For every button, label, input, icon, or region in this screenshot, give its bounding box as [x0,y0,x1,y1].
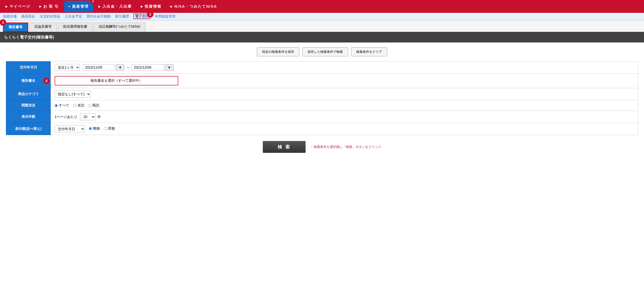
search-button-row: 検 索 ←検索条件を選択後に「検索」ボタンをクリック [6,141,638,153]
display-count-row: 表示件数 1ページあたり 10 20 50 100 件 [6,111,638,123]
clear-search-button[interactable]: 検索条件をクリア [351,47,387,56]
step-badge-4: 4 [43,77,50,84]
date-inputs: 直近1ヶ月 直近3ヶ月 直近6ヶ月 直近1年 期間指定 ▼ ～ ▼ [51,61,638,74]
sort-asc-radio[interactable] [104,127,107,130]
report-name-row: 報告書名 4 報告書名を選択（すべて選択中） [6,74,638,88]
top-navigation: ▶ マイページ ▶ お 取 引 ▾ 資産管理 1 ▶ 入出金・入出庫 ▶ 投資情… [0,0,644,13]
date-to-input[interactable] [132,64,164,71]
nisa-arrow-icon: ▶ [170,5,173,8]
save-search-button[interactable]: 現在の検索条件を保存 [257,47,300,56]
sort-desc-label[interactable]: 降順 [89,126,100,131]
view-all-radio[interactable] [55,104,58,107]
mypage-arrow-icon: ▶ [6,5,8,8]
date-period-select[interactable]: 直近1ヶ月 直近3ヶ月 直近6ヶ月 直近1年 期間指定 [55,64,80,71]
sort-desc-radio[interactable] [89,127,92,130]
tab-fund-report[interactable]: 投信運用報告書 [58,22,92,32]
sort-field-select[interactable]: 交付年月日 報告書名 商品カテゴリ [55,125,85,132]
tab-trust-fee[interactable]: 信託報酬等(つみたてNISA) [94,22,145,32]
tab-report[interactable]: 報告書等 [3,22,28,32]
nav-trade[interactable]: ▶ お 取 引 [35,0,63,13]
nav-inout[interactable]: ▶ 入出金・入出庫 [94,0,136,13]
subnav-asset-eval[interactable]: 資産評価 [3,14,17,19]
nav-asset[interactable]: ▾ 資産管理 1 [63,0,94,13]
section-title: らくらく電子交付(報告書等) [0,32,644,42]
sort-asc-label[interactable]: 昇順 [104,126,115,131]
display-count-cell: 1ページあたり 10 20 50 100 件 [51,111,638,123]
report-select-cell: 4 報告書名を選択（すべて選択中） [51,74,638,88]
view-unread-label[interactable]: 未読 [73,103,84,108]
date-separator: ～ [126,65,130,69]
sub-navigation: 資産評価 残高照会 注文約定照会 入出金予定 買付出金可能額 取引履歴 電子交付… [0,13,644,20]
category-select[interactable]: 指定なし(すべて) 国内株式 外国株式 投資信託 [55,91,91,97]
view-status-label: 閲覧状況 [6,100,51,111]
display-count-label: 表示件数 [6,111,51,123]
category-label: 商品カテゴリ [6,88,51,100]
date-to-picker-button[interactable]: ▼ [165,64,174,71]
view-status-cell: すべて 未読 既読 [51,100,638,111]
subnav-order[interactable]: 注文約定照会 [40,14,60,19]
tab-bar: 3 報告書等 目論見書等 投信運用報告書 信託報酬等(つみたてNISA) [0,20,644,32]
step-badge-2: 2 [147,11,154,17]
display-count-select[interactable]: 10 20 50 100 [80,113,96,120]
view-read-label[interactable]: 既読 [88,103,100,108]
nav-nisa[interactable]: ▶ NISA・つみたてNISA [166,0,222,13]
report-select-box[interactable]: 報告書名を選択（すべて選択中） [55,76,178,85]
subnav-history[interactable]: 取引履歴 [115,14,129,19]
date-row: 交付年月日 直近1ヶ月 直近3ヶ月 直近6ヶ月 直近1年 期間指定 ▼ ～ ▼ [6,61,638,74]
step-badge-3: 3 [0,19,6,26]
main-content: 現在の検索条件を保存 保存した検索条件で検索 検索条件をクリア 交付年月日 直近… [0,42,644,158]
subnav-annual[interactable]: 年間損益管理 [155,14,176,19]
tab-prospectus[interactable]: 目論見書等 [29,22,57,32]
subnav-balance[interactable]: 残高照会 [21,14,35,19]
sort-row: 表示順(並べ替え) 交付年月日 報告書名 商品カテゴリ 降順 [6,123,638,135]
search-button[interactable]: 検 索 [263,141,306,153]
inout-arrow-icon: ▶ [98,5,101,8]
trade-arrow-icon: ▶ [39,5,42,8]
sort-order-radio-group: 降順 昇順 [89,126,115,131]
invest-arrow-icon: ▶ [141,5,143,8]
asset-arrow-icon: ▾ [68,5,70,8]
category-cell: 指定なし(すべて) 国内株式 外国株式 投資信託 [51,88,638,100]
view-status-row: 閲覧状況 すべて 未読 既読 [6,100,638,111]
view-all-label[interactable]: すべて [55,103,69,108]
subnav-buysell[interactable]: 買付出金可能額 [86,14,111,19]
view-unread-radio[interactable] [73,104,76,107]
date-label: 交付年月日 [6,61,51,74]
sort-label: 表示順(並べ替え) [6,123,51,135]
subnav-cashplan[interactable]: 入出金予定 [65,14,82,19]
toolbar-row: 現在の検索条件を保存 保存した検索条件で検索 検索条件をクリア [6,47,638,56]
view-read-radio[interactable] [88,104,92,107]
nav-mypage[interactable]: ▶ マイページ [1,0,35,13]
search-hint: ←検索条件を選択後に「検索」ボタンをクリック [310,145,381,149]
load-search-button[interactable]: 保存した検索条件で検索 [302,47,348,56]
sort-cell: 交付年月日 報告書名 商品カテゴリ 降順 昇順 [51,123,638,135]
view-status-radio-group: すべて 未読 既読 [55,103,634,108]
date-from-input[interactable] [83,64,115,71]
date-from-picker-button[interactable]: ▼ [116,64,124,71]
category-row: 商品カテゴリ 指定なし(すべて) 国内株式 外国株式 投資信託 [6,88,638,100]
nav-invest[interactable]: ▶ 投資情報 [136,0,166,13]
search-form-table: 交付年月日 直近1ヶ月 直近3ヶ月 直近6ヶ月 直近1年 期間指定 ▼ ～ ▼ [6,61,638,135]
